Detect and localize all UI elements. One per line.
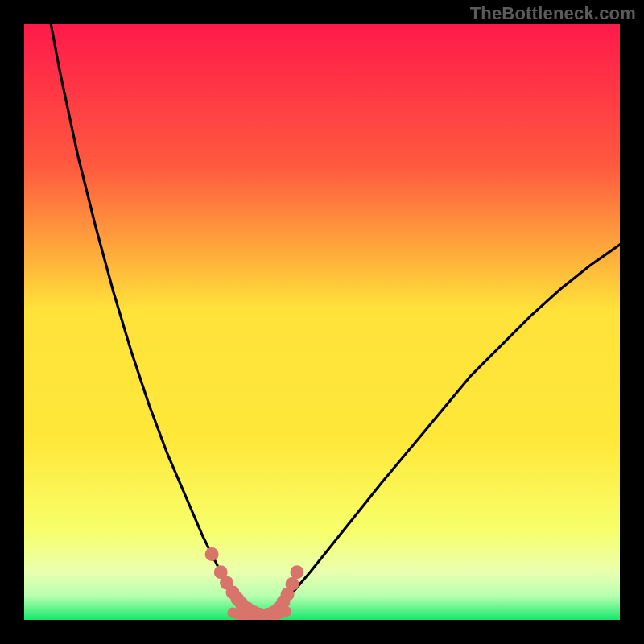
curve-marker	[290, 565, 303, 579]
curve-marker	[205, 547, 219, 561]
chart-svg	[24, 24, 620, 620]
plot-area	[24, 24, 620, 620]
watermark-text: TheBottleneck.com	[470, 3, 636, 24]
curve-marker	[286, 577, 299, 591]
gradient-background	[24, 24, 620, 620]
chart-frame: TheBottleneck.com	[0, 0, 644, 644]
